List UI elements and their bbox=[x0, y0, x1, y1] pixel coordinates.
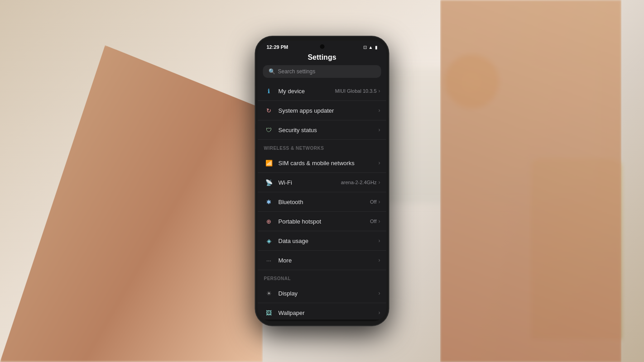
security-label: Security status bbox=[279, 127, 317, 133]
item-content-wallpaper: Wallpaper bbox=[279, 309, 379, 317]
search-icon: 🔍 bbox=[269, 68, 275, 75]
bt-right: Off › bbox=[370, 199, 380, 205]
phone-screen: 12:29 PM ⊡ ▲ ▮ Settings 🔍 Search setting… bbox=[258, 41, 387, 321]
volume-up-button bbox=[255, 104, 256, 124]
settings-item-security[interactable]: 🛡 Security status › bbox=[258, 120, 387, 140]
search-placeholder: Search settings bbox=[278, 68, 316, 75]
search-bar[interactable]: 🔍 Search settings bbox=[263, 65, 381, 78]
item-content-hotspot: Portable hotspot bbox=[279, 217, 370, 225]
wireless-section-header: WIRELESS & NETWORKS bbox=[258, 140, 387, 153]
sim-chevron: › bbox=[379, 160, 380, 166]
item-content-more: More bbox=[279, 256, 379, 264]
hand-right bbox=[440, 0, 621, 362]
battery-icon: ▮ bbox=[375, 45, 378, 50]
data-chevron: › bbox=[379, 238, 380, 244]
sim-right: › bbox=[379, 160, 380, 166]
more-icon: ··· bbox=[264, 255, 274, 265]
wifi-status-icon: ▲ bbox=[369, 45, 373, 50]
more-chevron: › bbox=[379, 257, 380, 263]
device-value: MIUI Global 10.3.5 bbox=[335, 88, 377, 94]
item-content-security: Security status bbox=[279, 126, 379, 134]
settings-item-bluetooth[interactable]: ✱ Bluetooth Off › bbox=[258, 192, 387, 212]
settings-item-wifi[interactable]: 📡 Wi-Fi arena-2-2.4GHz › bbox=[258, 173, 387, 192]
settings-item-display[interactable]: ☀ Display › bbox=[258, 284, 387, 303]
mute-button bbox=[255, 86, 256, 100]
device-label: My device bbox=[279, 88, 305, 95]
data-usage-icon: ◈ bbox=[264, 236, 274, 246]
wifi-chevron: › bbox=[379, 179, 380, 186]
wallpaper-label: Wallpaper bbox=[279, 310, 305, 316]
item-content-sim: SIM cards & mobile networks bbox=[279, 159, 379, 167]
hotspot-label: Portable hotspot bbox=[279, 218, 322, 225]
display-label: Display bbox=[279, 290, 298, 297]
more-right: › bbox=[379, 257, 380, 263]
item-content-data: Data usage bbox=[279, 237, 379, 245]
status-icons: ⊡ ▲ ▮ bbox=[363, 45, 378, 50]
personal-section-header: PERSONAL bbox=[258, 270, 387, 284]
hotspot-chevron: › bbox=[379, 218, 380, 224]
phone-bottom: Redmi bbox=[258, 319, 387, 321]
settings-item-system-apps[interactable]: ↻ System apps updater › bbox=[258, 101, 387, 120]
sim-label: SIM cards & mobile networks bbox=[279, 160, 355, 167]
system-right: › bbox=[379, 107, 380, 114]
device-chevron: › bbox=[379, 88, 380, 94]
volume-down-button bbox=[255, 129, 256, 149]
settings-item-data-usage[interactable]: ◈ Data usage › bbox=[258, 231, 387, 251]
power-button bbox=[389, 95, 389, 118]
display-right: › bbox=[379, 290, 380, 296]
settings-item-wallpaper[interactable]: 🖼 Wallpaper › bbox=[258, 303, 387, 319]
bt-value: Off bbox=[370, 199, 376, 205]
display-chevron: › bbox=[379, 290, 380, 296]
settings-item-sim[interactable]: 📶 SIM cards & mobile networks › bbox=[258, 153, 387, 173]
hotspot-right: Off › bbox=[370, 218, 380, 224]
system-label: System apps updater bbox=[279, 107, 334, 114]
camera-notch bbox=[320, 44, 324, 49]
wallpaper-chevron: › bbox=[379, 310, 380, 316]
settings-item-my-device[interactable]: ℹ My device MIUI Global 10.3.5 › bbox=[258, 81, 387, 101]
settings-title: Settings bbox=[258, 52, 387, 65]
security-right: › bbox=[379, 127, 380, 133]
hand-left bbox=[0, 45, 263, 362]
device-right: MIUI Global 10.3.5 › bbox=[335, 88, 380, 94]
phone-wrapper: 12:29 PM ⊡ ▲ ▮ Settings 🔍 Search setting… bbox=[255, 36, 389, 326]
status-time: 12:29 PM bbox=[267, 44, 288, 50]
hotspot-value: Off bbox=[370, 219, 376, 224]
bt-chevron: › bbox=[379, 199, 380, 205]
data-right: › bbox=[379, 238, 380, 244]
item-content-device: My device bbox=[279, 87, 335, 95]
wallpaper-right: › bbox=[379, 310, 380, 316]
wifi-right: arena-2-2.4GHz › bbox=[341, 179, 380, 186]
wifi-value: arena-2-2.4GHz bbox=[341, 180, 377, 185]
device-icon: ℹ bbox=[264, 86, 274, 96]
display-icon: ☀ bbox=[264, 288, 274, 298]
item-content-display: Display bbox=[279, 289, 379, 297]
settings-item-hotspot[interactable]: ⊕ Portable hotspot Off › bbox=[258, 212, 387, 231]
item-content-wifi: Wi-Fi bbox=[279, 178, 341, 186]
settings-item-more[interactable]: ··· More › bbox=[258, 251, 387, 270]
item-content-bt: Bluetooth bbox=[279, 198, 370, 206]
data-label: Data usage bbox=[279, 238, 309, 244]
settings-list: ℹ My device MIUI Global 10.3.5 › ↻ bbox=[258, 81, 387, 319]
screenshot-icon: ⊡ bbox=[363, 45, 367, 50]
bluetooth-icon: ✱ bbox=[264, 197, 274, 207]
wireless-section-label: WIRELESS & NETWORKS bbox=[264, 146, 324, 151]
wifi-icon: 📡 bbox=[264, 177, 274, 187]
bt-label: Bluetooth bbox=[279, 199, 303, 205]
system-chevron: › bbox=[379, 107, 380, 114]
wifi-label: Wi-Fi bbox=[279, 179, 292, 186]
settings-screen: Settings 🔍 Search settings ℹ My device bbox=[258, 52, 387, 321]
phone: 12:29 PM ⊡ ▲ ▮ Settings 🔍 Search setting… bbox=[255, 36, 389, 326]
sim-icon: 📶 bbox=[264, 158, 274, 168]
security-chevron: › bbox=[379, 127, 380, 133]
wallpaper-icon: 🖼 bbox=[264, 308, 274, 318]
update-icon: ↻ bbox=[264, 105, 274, 115]
more-label: More bbox=[279, 257, 292, 264]
personal-section-label: PERSONAL bbox=[264, 276, 291, 281]
hotspot-icon: ⊕ bbox=[264, 216, 274, 226]
item-content-system: System apps updater bbox=[279, 106, 379, 114]
security-icon: 🛡 bbox=[264, 125, 274, 135]
